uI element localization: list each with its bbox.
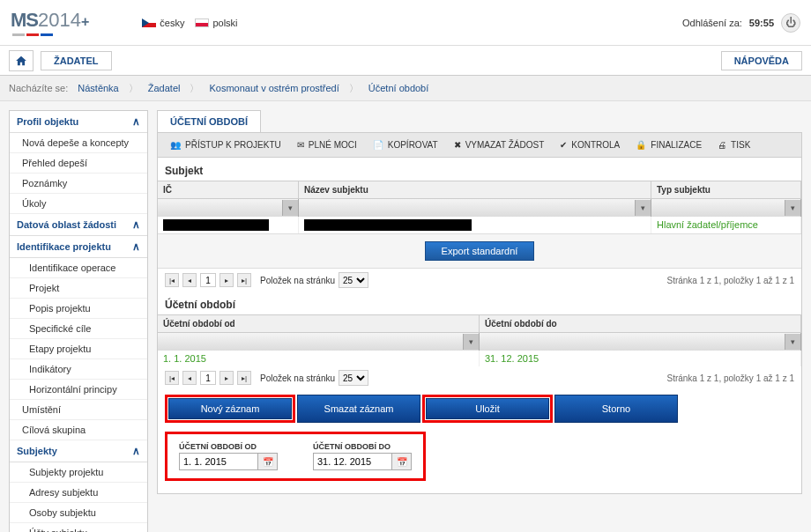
col-ic[interactable]: IČ [158,181,299,198]
sidebar-group-profil[interactable]: Profil objektu∧ [10,111,147,133]
section-ucetni-title: Účetní období [158,292,801,314]
sidebar-item[interactable]: Horizontální principy [10,380,147,400]
chevron-up-icon: ∧ [132,240,140,253]
crumb-zadatel[interactable]: Žadatel [142,80,187,96]
pager-first[interactable]: |◂ [165,371,179,385]
table-row[interactable]: 1. 1. 2015 31. 12. 2015 [158,351,801,366]
crumb-nastenka[interactable]: Nástěnka [71,80,124,96]
date-od-input[interactable] [179,453,258,470]
sidebar-item[interactable]: Subjekty projektu [10,462,147,483]
cell-typ: Hlavní žadatel/příjemce [651,217,801,233]
home-button[interactable] [9,50,33,71]
new-record-button[interactable]: Nový záznam [168,398,292,419]
sidebar-item[interactable]: Úkoly [10,194,147,214]
sidebar: Profil objektu∧ Nová depeše a koncepty P… [9,110,148,532]
pager-last[interactable]: ▸| [237,273,251,287]
sidebar-item[interactable]: Cílová skupina [10,420,147,440]
sidebar-item[interactable]: Projekt [10,278,147,299]
pager-prev[interactable]: ◂ [182,273,197,287]
sidebar-item[interactable]: Etapy projektu [10,339,147,359]
sidebar-item[interactable]: Specifické cíle [10,319,147,339]
zadatel-button[interactable]: ŽADATEL [41,51,112,70]
filter-do[interactable] [480,336,785,349]
filter-icon[interactable]: ▾ [785,200,800,216]
cell-do: 31. 12. 2015 [480,351,801,366]
pager-info: Stránka 1 z 1, položky 1 až 1 z 1 [666,276,794,285]
calendar-icon[interactable]: 📅 [392,453,412,470]
sidebar-item[interactable]: Přehled depeší [10,153,147,174]
sidebar-item[interactable]: Indikátory [10,359,147,380]
sidebar-item[interactable]: Nová depeše a koncepty [10,133,147,153]
tab-ucetni-obdobi[interactable]: ÚČETNÍ OBDOBÍ [157,110,261,132]
lock-icon: 🔒 [636,140,646,150]
help-button[interactable]: NÁPOVĚDA [721,51,802,70]
pager-next[interactable]: ▸ [219,371,234,385]
export-button[interactable]: Export standardní [425,241,535,261]
breadcrumb: Nacházíte se: Nástěnka〉 Žadatel〉 Kosmona… [0,76,811,101]
label-od: ÚČETNÍ OBDOBÍ OD [179,442,278,451]
col-od[interactable]: Účetní období od [158,315,480,332]
highlight-box: Nový záznam [165,395,295,423]
action-kopirovat[interactable]: 📄KOPÍROVAT [366,137,445,153]
filter-icon[interactable]: ▾ [282,200,298,216]
pager-next[interactable]: ▸ [219,273,234,287]
pager-last[interactable]: ▸| [237,371,251,385]
filter-icon[interactable]: ▾ [635,200,651,216]
pager-first[interactable]: |◂ [165,273,179,287]
sidebar-item[interactable]: Účty subjektu [10,523,147,532]
highlight-box: ÚČETNÍ OBDOBÍ OD 📅 ÚČETNÍ OBDOBÍ DO 📅 [165,432,426,481]
pager-page-input[interactable] [200,371,216,385]
action-kontrola[interactable]: ✔KONTROLA [553,137,627,153]
crumb-current[interactable]: Účetní období [362,80,435,96]
filter-nazev[interactable] [299,202,635,215]
copy-icon: 📄 [373,140,383,150]
sidebar-group-subjekty[interactable]: Subjekty∧ [10,440,147,462]
home-icon [15,55,27,67]
app-logo: MS2014+ [11,9,89,32]
label-do: ÚČETNÍ OBDOBÍ DO [313,442,412,451]
sidebar-item[interactable]: Umístění [10,400,147,420]
flag-cz-icon [142,18,156,27]
col-nazev[interactable]: Název subjektu [299,181,651,198]
lang-pl[interactable]: polski [195,18,237,28]
sidebar-item[interactable]: Poznámky [10,174,147,194]
pager-page-input[interactable] [200,273,216,287]
action-pristup[interactable]: 👥PŘÍSTUP K PROJEKTU [163,137,288,153]
sidebar-group-identifikace[interactable]: Identifikace projektu∧ [10,236,147,258]
flag-pl-icon [195,18,209,27]
action-vymazat[interactable]: ✖VYMAZAT ŽÁDOST [447,137,552,153]
crumb-project[interactable]: Kosmonaut v ostrém prostředí [203,80,345,96]
print-icon: 🖨 [718,140,726,150]
table-row[interactable]: Hlavní žadatel/příjemce [158,217,801,233]
filter-ic[interactable] [158,202,282,215]
sidebar-item[interactable]: Identifikace operace [10,258,147,278]
cancel-button[interactable]: Storno [554,395,678,423]
delete-record-button[interactable]: Smazat záznam [297,395,420,423]
people-icon: 👥 [170,140,181,150]
lang-cs[interactable]: česky [142,18,184,28]
sidebar-item[interactable]: Osoby subjektu [10,503,147,523]
sidebar-group-datova[interactable]: Datová oblast žádosti∧ [10,214,147,236]
pager-per-page[interactable]: 25 [339,370,368,386]
filter-typ[interactable] [651,202,785,215]
action-plnemoci[interactable]: ✉PLNÉ MOCI [290,137,364,153]
power-icon[interactable]: ⏻ [781,13,800,33]
pager-prev[interactable]: ◂ [182,371,197,385]
pager-per-page[interactable]: 25 [339,272,368,288]
section-subjekt-title: Subjekt [158,158,801,181]
date-do-input[interactable] [313,453,392,470]
sidebar-item[interactable]: Adresy subjektu [10,483,147,503]
logout-timer: 59:55 [749,18,774,28]
sidebar-item[interactable]: Popis projektu [10,299,147,319]
col-typ[interactable]: Typ subjektu [651,181,801,198]
col-do[interactable]: Účetní období do [480,315,801,332]
action-tisk[interactable]: 🖨TISK [711,137,757,153]
action-finalizace[interactable]: 🔒FINALIZACE [629,137,709,153]
filter-od[interactable] [158,336,463,349]
filter-icon[interactable]: ▾ [463,334,479,350]
filter-icon[interactable]: ▾ [785,334,800,350]
delete-icon: ✖ [454,140,461,150]
chevron-up-icon: ∧ [132,218,140,231]
save-button[interactable]: Uložit [426,398,549,419]
calendar-icon[interactable]: 📅 [258,453,278,470]
